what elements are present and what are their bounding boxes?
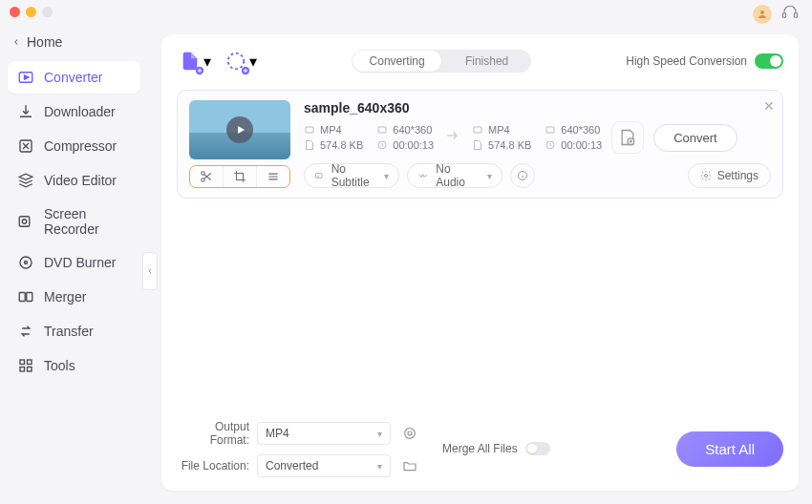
svg-rect-11 — [27, 293, 32, 302]
output-preset-button[interactable] — [611, 121, 644, 154]
editor-icon — [17, 172, 34, 189]
svg-rect-32 — [316, 174, 322, 178]
window-zoom[interactable] — [42, 7, 53, 17]
sidebar-item-compressor[interactable]: Compressor — [8, 130, 140, 162]
arrow-icon — [443, 126, 462, 149]
svg-rect-6 — [19, 217, 30, 227]
sidebar-item-transfer[interactable]: Transfer — [8, 315, 140, 347]
subtitle-select[interactable]: No Subtitle ▾ — [304, 163, 399, 188]
sidebar-item-merger[interactable]: Merger — [8, 281, 140, 313]
video-thumbnail[interactable] — [189, 100, 290, 159]
sidebar-item-dvd-burner[interactable]: DVD Burner — [8, 246, 140, 279]
svg-point-9 — [25, 262, 28, 264]
convert-button[interactable]: Convert — [653, 124, 737, 152]
svg-rect-28 — [474, 127, 481, 133]
svg-point-7 — [22, 220, 27, 224]
converter-icon — [17, 69, 34, 86]
play-icon — [226, 116, 253, 143]
account-avatar[interactable] — [753, 5, 772, 24]
info-button[interactable] — [510, 163, 535, 188]
sidebar-item-tools[interactable]: Tools — [8, 349, 140, 382]
nav-label: Merger — [44, 289, 86, 304]
remove-file-button[interactable]: ✕ — [763, 98, 775, 114]
add-file-dropdown[interactable]: ▾ — [203, 52, 211, 71]
svg-rect-12 — [20, 360, 25, 365]
nav-label: Video Editor — [44, 173, 117, 188]
svg-rect-15 — [28, 368, 32, 372]
settings-button[interactable]: Settings — [688, 163, 771, 188]
window-close[interactable] — [10, 7, 20, 17]
nav-label: Compressor — [44, 138, 117, 154]
dst-size: 574.8 KB — [472, 139, 531, 151]
effects-button[interactable] — [256, 166, 289, 187]
svg-rect-26 — [378, 127, 386, 133]
nav-label: Tools — [44, 358, 75, 373]
window-minimize[interactable] — [26, 7, 36, 17]
merge-toggle[interactable] — [525, 442, 550, 455]
tools-icon — [17, 357, 34, 374]
svg-point-0 — [760, 10, 764, 14]
dst-format: MP4 — [472, 124, 531, 136]
sidebar-item-video-editor[interactable]: Video Editor — [8, 164, 140, 197]
home-label: Home — [27, 34, 62, 50]
high-speed-toggle[interactable] — [755, 53, 783, 69]
src-format: MP4 — [304, 124, 363, 136]
tab-converting[interactable]: Converting — [353, 51, 441, 72]
output-format-label: Output Format: — [177, 420, 249, 447]
home-back[interactable]: Home — [8, 29, 140, 61]
svg-marker-4 — [25, 75, 30, 80]
svg-rect-10 — [19, 293, 25, 302]
open-folder-button[interactable] — [398, 454, 421, 477]
svg-rect-14 — [20, 368, 25, 372]
svg-rect-1 — [783, 13, 786, 18]
output-format-select[interactable]: MP4▾ — [257, 422, 391, 445]
nav-label: DVD Burner — [44, 255, 116, 270]
add-folder-dropdown[interactable]: ▾ — [249, 52, 257, 71]
svg-rect-25 — [306, 127, 313, 133]
sidebar-collapse[interactable] — [142, 252, 158, 290]
recorder-icon — [17, 213, 34, 230]
support-icon[interactable] — [781, 4, 799, 25]
trim-button[interactable] — [190, 166, 223, 187]
svg-point-35 — [704, 175, 707, 178]
download-icon — [17, 103, 34, 120]
nav-label: Converter — [44, 70, 102, 85]
sidebar-item-downloader[interactable]: Downloader — [8, 95, 140, 128]
output-format-settings[interactable] — [398, 422, 421, 445]
status-segment: Converting Finished — [352, 50, 531, 73]
dst-duration: 00:00:13 — [545, 139, 602, 151]
dvd-icon — [17, 254, 34, 271]
file-card: ✕ sample_640x360 — [177, 90, 783, 199]
transfer-icon — [17, 323, 34, 340]
sidebar-item-screen-recorder[interactable]: Screen Recorder — [8, 199, 140, 244]
high-speed-label: High Speed Conversion — [626, 54, 747, 68]
merger-icon — [17, 288, 34, 305]
src-resolution: 640*360 — [376, 124, 434, 136]
svg-point-8 — [20, 257, 32, 268]
svg-rect-29 — [546, 127, 554, 133]
svg-rect-13 — [28, 360, 32, 365]
sidebar-item-converter[interactable]: Converter — [8, 61, 140, 94]
merge-label: Merge All Files — [442, 442, 518, 455]
tab-finished[interactable]: Finished — [442, 50, 531, 73]
crop-button[interactable] — [223, 166, 256, 187]
nav-label: Transfer — [44, 324, 94, 339]
nav-label: Downloader — [44, 104, 116, 119]
svg-point-37 — [405, 429, 416, 439]
dst-resolution: 640*360 — [545, 124, 602, 136]
audio-select[interactable]: No Audio ▾ — [407, 163, 502, 188]
src-duration: 00:00:13 — [376, 139, 434, 151]
file-location-select[interactable]: Converted▾ — [257, 454, 391, 477]
start-all-button[interactable]: Start All — [676, 431, 783, 467]
svg-marker-19 — [238, 126, 245, 134]
file-name: sample_640x360 — [304, 100, 771, 116]
svg-point-36 — [408, 431, 412, 435]
file-location-label: File Location: — [177, 459, 249, 472]
svg-rect-2 — [795, 13, 798, 18]
src-size: 574.8 KB — [304, 139, 363, 151]
add-folder-button[interactable] — [223, 48, 249, 74]
sidebar: Home Converter Downloader Compressor Vid… — [0, 23, 148, 504]
add-file-button[interactable] — [177, 48, 203, 74]
nav-label: Screen Recorder — [44, 206, 131, 237]
compress-icon — [17, 137, 34, 155]
